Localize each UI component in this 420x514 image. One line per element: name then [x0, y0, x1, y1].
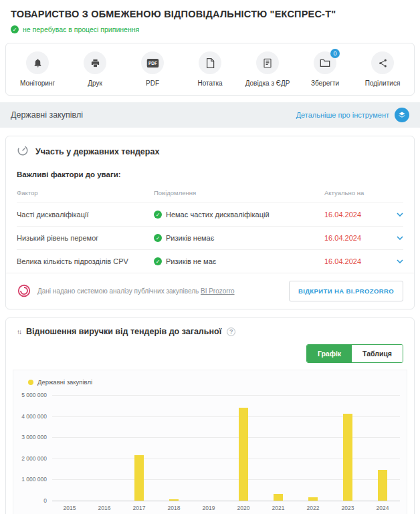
toolbar-item-save[interactable]: 0 Зберегти	[296, 51, 354, 88]
tenders-card-header: Участь у державних тендерах	[6, 136, 414, 165]
help-icon[interactable]: ?	[227, 328, 235, 336]
column-factor: Фактор	[17, 189, 154, 197]
y-tick-label: 5 000 000	[21, 392, 47, 398]
company-status: ✓ не перебуває в процесі припинення	[11, 25, 409, 33]
toolbar-label: Друк	[88, 80, 102, 88]
y-tick-label: 1 000 000	[21, 476, 47, 483]
sort-arrows-icon: ↑↓	[17, 328, 21, 336]
toolbar-item-share[interactable]: Поділитися	[354, 51, 411, 88]
chart-tabs-row: Графік Таблиця	[6, 340, 414, 370]
check-circle-icon: ✓	[154, 234, 162, 242]
chart-x-axis: 2015201620172018201920202021202220232024	[52, 501, 400, 511]
toolbar-item-monitoring[interactable]: Моніторинг	[9, 51, 66, 88]
bar-2021[interactable]	[274, 494, 283, 501]
x-tick-label: 2022	[296, 505, 330, 511]
column-message: Повідомлення	[154, 189, 324, 197]
bar-2024[interactable]	[378, 470, 387, 501]
chart-view-switch: Графік Таблиця	[306, 344, 403, 363]
toolbar-label: Поділитися	[365, 80, 401, 88]
y-tick-label: 2 000 000	[21, 455, 47, 462]
column-date: Актуально на	[324, 189, 389, 197]
toolbar-item-pdf[interactable]: PDF PDF	[124, 51, 181, 88]
x-tick-label: 2017	[122, 505, 156, 511]
chart-plot	[52, 395, 400, 501]
layers-icon-button[interactable]	[395, 108, 409, 122]
table-row: Часті дискваліфікації ✓ Немає частих дис…	[17, 203, 403, 226]
toolbar-label: Моніторинг	[20, 80, 55, 88]
chart-column	[330, 395, 365, 501]
factor-name: Велика кількість підрозділів CPV	[17, 257, 154, 265]
factor-message: Ризиків немає	[166, 234, 214, 242]
check-circle-icon: ✓	[154, 211, 162, 219]
chart-column	[87, 395, 122, 501]
factor-message: Немає частих дискваліфікацій	[166, 211, 270, 219]
chart-column	[226, 395, 261, 501]
company-header: ТОВАРИСТВО З ОБМЕЖЕНОЮ ВІДПОВІДАЛЬНІСТЮ …	[0, 0, 420, 36]
open-bi-prozorro-button[interactable]: ВІДКРИТИ НА BI.PROZORRO	[289, 281, 403, 301]
section-bar-public-procurement: Державні закупівлі Детальніше про інстру…	[0, 102, 420, 128]
chart-column	[156, 395, 191, 501]
legend-swatch	[28, 380, 33, 385]
revenue-card-header: ↑↓ Відношення виручки від тендерів до за…	[6, 318, 414, 340]
chart-column	[52, 395, 87, 501]
note-icon	[199, 51, 221, 74]
section-title: Державні закупівлі	[11, 110, 83, 120]
prozorro-icon	[17, 283, 31, 299]
x-tick-label: 2020	[226, 505, 261, 511]
chart-column	[261, 395, 296, 501]
tab-chart[interactable]: Графік	[307, 345, 352, 362]
page-title: ТОВАРИСТВО З ОБМЕЖЕНОЮ ВІДПОВІДАЛЬНІСТЮ …	[11, 9, 409, 19]
tenders-title: Участь у державних тендерах	[35, 147, 159, 156]
x-tick-label: 2021	[261, 505, 296, 511]
chart-column	[191, 395, 226, 501]
revenue-title: Відношення виручки від тендерів до загал…	[26, 327, 221, 336]
y-tick-label: 4 000 000	[21, 413, 47, 420]
chart-column	[365, 395, 400, 501]
gridline	[52, 501, 400, 501]
legend-label: Державні закупівлі	[37, 378, 92, 386]
svg-text:PDF: PDF	[148, 61, 156, 66]
tenders-card: Участь у державних тендерах Важливі факт…	[5, 136, 415, 309]
source-note-text: Дані надано системою аналізу публічних з…	[37, 287, 199, 295]
bar-2017[interactable]	[134, 455, 144, 501]
bar-2023[interactable]	[343, 414, 352, 501]
toolbar-item-note[interactable]: Нотатка	[181, 51, 239, 88]
chart: Державні закупівлі 5 000 0004 000 0003 0…	[13, 370, 407, 514]
table-row: Велика кількість підрозділів CPV ✓ Ризик…	[17, 249, 403, 273]
x-tick-label: 2018	[156, 505, 191, 511]
toolbar-item-edr-certificate[interactable]: Довідка з ЄДР	[239, 51, 296, 88]
tab-table[interactable]: Таблиця	[352, 345, 403, 362]
check-circle-icon: ✓	[154, 257, 162, 265]
tool-details-link[interactable]: Детальніше про інструмент	[296, 111, 389, 119]
folder-icon: 0	[314, 51, 336, 74]
x-tick-label: 2023	[330, 505, 365, 511]
chevron-down-icon[interactable]	[389, 259, 403, 263]
page: ТОВАРИСТВО З ОБМЕЖЕНОЮ ВІДПОВІДАЛЬНІСТЮ …	[0, 0, 420, 514]
bar-2020[interactable]	[239, 408, 248, 501]
toolbar-label: PDF	[146, 80, 159, 88]
table-row: Низький рівень перемог ✓ Ризиків немає 1…	[17, 226, 403, 249]
chart-legend[interactable]: Державні закупівлі	[28, 378, 400, 386]
toolbar-item-print[interactable]: Друк	[66, 51, 124, 88]
certificate-icon	[256, 51, 279, 74]
x-tick-label: 2015	[52, 505, 87, 511]
factor-date: 16.04.2024	[324, 211, 389, 219]
printer-icon	[84, 51, 106, 74]
toolbar-label: Зберегти	[311, 80, 339, 88]
chevron-down-icon[interactable]	[389, 213, 403, 217]
bi-prozorro-link[interactable]: BI Prozorro	[201, 287, 235, 295]
factor-message: Ризиків не має	[166, 257, 216, 265]
save-count-badge: 0	[330, 49, 340, 58]
bar-2022[interactable]	[308, 497, 318, 501]
bell-icon	[26, 51, 49, 74]
source-note: Дані надано системою аналізу публічних з…	[37, 287, 235, 295]
check-circle-icon: ✓	[11, 25, 19, 33]
bar-2018[interactable]	[169, 499, 179, 501]
x-tick-label: 2024	[365, 505, 400, 511]
chart-column	[122, 395, 156, 501]
chart-bars	[52, 395, 400, 501]
chevron-down-icon[interactable]	[389, 236, 403, 240]
factor-name: Часті дискваліфікації	[17, 211, 154, 219]
tenders-card-footer: Дані надано системою аналізу публічних з…	[6, 273, 414, 309]
factor-date: 16.04.2024	[324, 234, 389, 242]
